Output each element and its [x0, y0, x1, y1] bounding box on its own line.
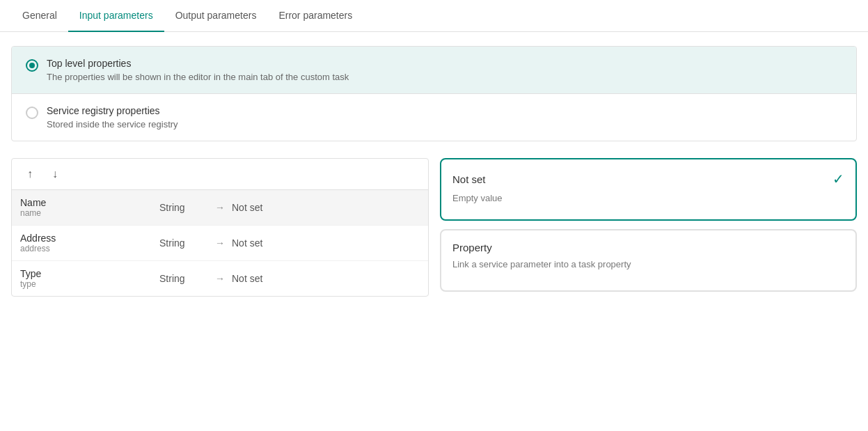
move-up-button[interactable]: ↑ — [20, 164, 40, 184]
row-sub-name: type — [20, 279, 159, 289]
row-name-cell: Name name — [20, 197, 159, 218]
main-content: Top level properties The properties will… — [0, 32, 868, 311]
row-name-cell: Address address — [20, 233, 159, 253]
table-row[interactable]: Name name String → Not set — [12, 190, 428, 226]
top-level-desc: The properties will be shown in the edit… — [47, 72, 349, 82]
parameters-section: ↑ ↓ Name name String → Not set Address a… — [11, 158, 857, 297]
not-set-panel[interactable]: Not set ✓ Empty value — [440, 158, 857, 221]
row-name-cell: Type type — [20, 268, 159, 289]
property-panel-title: Property — [452, 242, 492, 253]
not-set-panel-desc: Empty value — [452, 191, 844, 205]
row-arrow-icon: → — [215, 273, 232, 284]
service-registry-text: Service registry properties Stored insid… — [47, 105, 178, 130]
service-registry-radio — [26, 107, 38, 119]
row-sub-name: name — [20, 208, 159, 218]
top-level-option[interactable]: Top level properties The properties will… — [12, 47, 856, 94]
table-toolbar: ↑ ↓ — [12, 159, 428, 190]
row-sub-name: address — [20, 244, 159, 253]
right-panels: Not set ✓ Empty value Property Link a se… — [440, 158, 857, 292]
property-panel[interactable]: Property Link a service parameter into a… — [440, 229, 857, 292]
not-set-panel-title: Not set — [452, 173, 486, 185]
service-registry-label: Service registry properties — [47, 105, 178, 116]
table-row[interactable]: Type type String → Not set — [12, 261, 428, 296]
property-panel-desc: Link a service parameter into a task pro… — [452, 258, 844, 272]
tab-general[interactable]: General — [11, 0, 68, 32]
tab-error-parameters[interactable]: Error parameters — [267, 0, 363, 32]
service-registry-desc: Stored inside the service registry — [47, 119, 178, 130]
check-icon: ✓ — [833, 171, 844, 187]
row-value: Not set — [232, 237, 262, 249]
not-set-panel-title-row: Not set ✓ — [452, 171, 844, 187]
row-main-name: Name — [20, 197, 159, 208]
row-type: String — [159, 202, 215, 213]
tab-input-parameters[interactable]: Input parameters — [68, 0, 164, 32]
row-value: Not set — [232, 273, 262, 284]
row-main-name: Type — [20, 268, 159, 279]
property-panel-title-row: Property — [452, 242, 844, 253]
row-type: String — [159, 273, 215, 284]
parameters-table: ↑ ↓ Name name String → Not set Address a… — [11, 158, 429, 297]
move-down-button[interactable]: ↓ — [45, 164, 65, 184]
tabs-nav: General Input parameters Output paramete… — [0, 0, 868, 32]
row-type: String — [159, 237, 215, 249]
property-type-section: Top level properties The properties will… — [11, 46, 857, 141]
top-level-label: Top level properties — [47, 58, 349, 69]
row-main-name: Address — [20, 233, 159, 244]
top-level-radio — [26, 59, 38, 72]
tab-output-parameters[interactable]: Output parameters — [164, 0, 268, 32]
table-row[interactable]: Address address String → Not set — [12, 226, 428, 261]
row-arrow-icon: → — [215, 237, 232, 249]
top-level-text: Top level properties The properties will… — [47, 58, 349, 82]
service-registry-option[interactable]: Service registry properties Stored insid… — [12, 94, 856, 141]
row-arrow-icon: → — [215, 202, 232, 213]
row-value: Not set — [232, 202, 262, 213]
